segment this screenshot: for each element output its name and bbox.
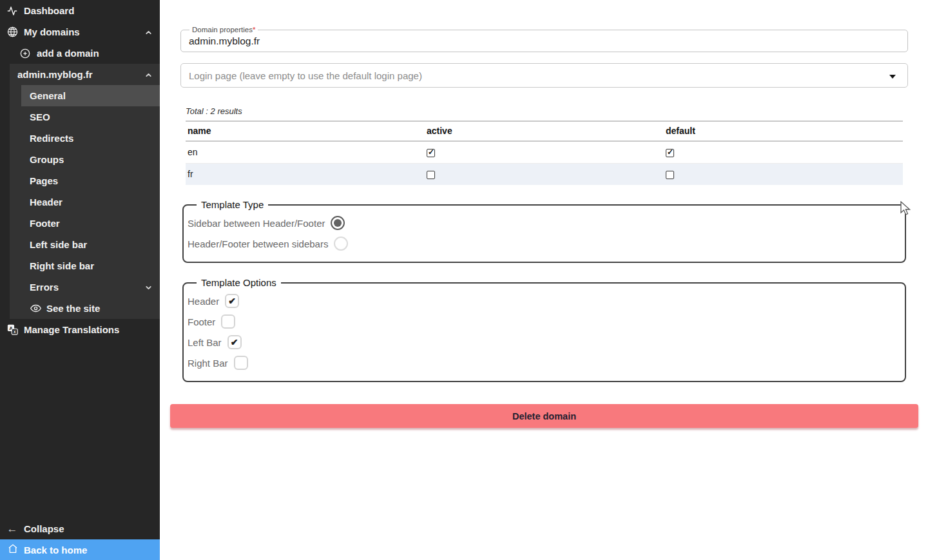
sidebar-item-seo[interactable]: SEO — [21, 106, 160, 128]
table-row-en: en — [186, 141, 903, 163]
template-option-header: Header — [188, 291, 894, 311]
chevron-down-icon — [144, 283, 153, 292]
column-header-default: default — [664, 121, 903, 141]
domain-properties-label: Domain properties* — [189, 26, 258, 34]
right-bar-checkbox[interactable] — [234, 356, 248, 370]
template-option-right-bar: Right Bar — [188, 352, 894, 373]
domain-submenu: admin.myblog.fr General SEO Redirects Gr… — [10, 64, 160, 319]
sidebar-item-label: admin.myblog.fr — [17, 69, 144, 80]
template-options-legend: Template Options — [197, 277, 281, 288]
sidebar-item-errors[interactable]: Errors — [21, 276, 160, 298]
sidebar-item-domain[interactable]: admin.myblog.fr — [10, 64, 160, 85]
lang-name: fr — [186, 163, 425, 185]
active-checkbox[interactable] — [427, 171, 435, 179]
checkbox-label: Right Bar — [188, 358, 228, 369]
active-checkbox[interactable] — [427, 149, 435, 157]
sidebar-item-see-the-site[interactable]: See the site — [21, 298, 160, 319]
sidebar-item-label: Manage Translations — [24, 324, 153, 335]
template-option-footer: Footer — [188, 311, 894, 332]
sidebar-item-label: add a domain — [37, 48, 153, 59]
results-total: Total : 2 results — [186, 106, 908, 116]
sidebar-item-redirects[interactable]: Redirects — [21, 128, 160, 149]
checkbox-label: Footer — [188, 316, 215, 327]
sidebar-item-dashboard[interactable]: Dashboard — [0, 0, 160, 21]
eye-icon — [30, 303, 41, 314]
arrow-left-icon: ← — [6, 523, 18, 536]
delete-domain-button[interactable]: Delete domain — [170, 404, 918, 428]
activity-icon — [6, 5, 18, 17]
collapse-button[interactable]: ← Collapse — [0, 518, 160, 539]
sidebar-item-add-domain[interactable]: add a domain — [0, 43, 160, 64]
dropdown-caret-icon — [889, 75, 896, 79]
sidebar-item-footer[interactable]: Footer — [21, 213, 160, 234]
sidebar-item-manage-translations[interactable]: A x Manage Translations — [0, 319, 160, 340]
sidebar: Dashboard My domains add a domain admin.… — [0, 0, 160, 560]
sidebar-item-general[interactable]: General — [21, 85, 160, 106]
login-page-select[interactable]: Login page (leave empty to use the defau… — [180, 63, 908, 88]
svg-text:x: x — [13, 329, 15, 334]
plus-circle-icon — [19, 48, 31, 59]
back-to-home-button[interactable]: Back to home — [0, 539, 160, 560]
languages-table: name active default en fr — [186, 121, 903, 185]
header-checkbox[interactable] — [225, 294, 239, 308]
required-asterisk: * — [253, 26, 255, 34]
radio-label: Header/Footer between sidebars — [188, 238, 328, 249]
chevron-up-icon — [144, 70, 153, 79]
sidebar-item-right-side-bar[interactable]: Right side bar — [21, 255, 160, 276]
globe-icon — [6, 26, 18, 38]
column-header-name: name — [186, 121, 425, 141]
template-type-option-headerfooter-between: Header/Footer between sidebars — [188, 233, 894, 254]
domain-form: Domain properties* Login page (leave emp… — [180, 26, 908, 382]
default-checkbox[interactable] — [666, 149, 674, 157]
sidebar-item-label: My domains — [24, 26, 139, 37]
left-bar-checkbox[interactable] — [227, 335, 242, 349]
column-header-active: active — [425, 121, 664, 141]
chevron-up-icon — [144, 28, 153, 37]
template-type-fieldset: Template Type Sidebar between Header/Foo… — [182, 199, 906, 263]
table-header-row: name active default — [186, 121, 903, 141]
template-option-left-bar: Left Bar — [188, 332, 894, 352]
table-row-fr: fr — [186, 163, 903, 185]
login-page-placeholder: Login page (leave empty to use the defau… — [189, 70, 422, 81]
domain-properties-field: Domain properties* — [180, 26, 908, 52]
sidebar-item-groups[interactable]: Groups — [21, 149, 160, 170]
sidebar-bottom: ← Collapse Back to home — [0, 518, 160, 560]
translate-icon: A x — [6, 324, 18, 336]
sidebar-item-header[interactable]: Header — [21, 191, 160, 213]
radio-label: Sidebar between Header/Footer — [188, 218, 325, 229]
sidebar-item-label: Dashboard — [24, 5, 153, 16]
default-checkbox[interactable] — [666, 171, 674, 179]
template-type-legend: Template Type — [197, 199, 268, 210]
domain-input[interactable] — [189, 34, 878, 53]
home-icon — [8, 544, 18, 556]
template-type-option-sidebar-between: Sidebar between Header/Footer — [188, 213, 894, 233]
sidebar-item-pages[interactable]: Pages — [21, 170, 160, 191]
app-window: Dashboard My domains add a domain admin.… — [0, 0, 928, 560]
lang-name: en — [186, 141, 425, 163]
footer-checkbox[interactable] — [221, 314, 235, 329]
sidebar-item-left-side-bar[interactable]: Left side bar — [21, 234, 160, 255]
template-type-radio[interactable] — [334, 237, 348, 251]
checkbox-label: Header — [188, 296, 219, 307]
checkbox-label: Left Bar — [188, 337, 222, 348]
main-content: Domain properties* Login page (leave emp… — [160, 0, 928, 560]
template-options-fieldset: Template Options Header Footer Left Bar … — [182, 277, 906, 382]
template-type-radio[interactable] — [331, 216, 345, 230]
sidebar-item-my-domains[interactable]: My domains — [0, 21, 160, 43]
